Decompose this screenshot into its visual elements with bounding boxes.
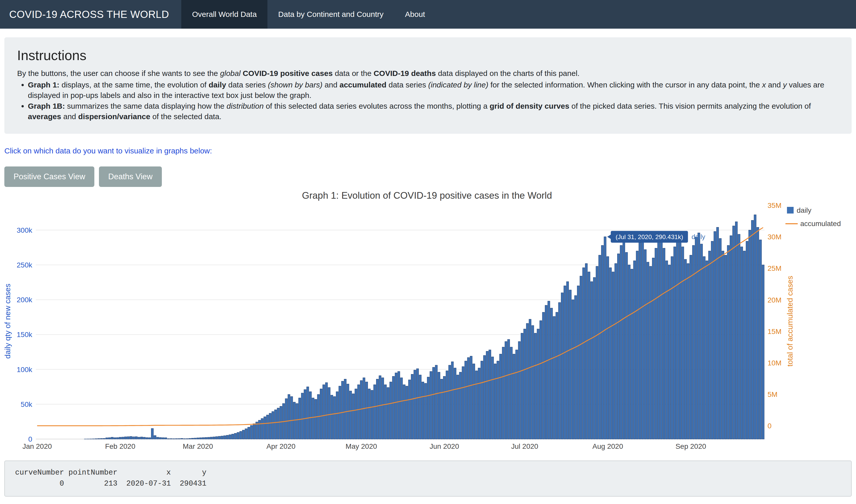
bar-daily[interactable] (564, 286, 566, 439)
bar-daily[interactable] (457, 375, 459, 439)
bar-daily[interactable] (306, 387, 308, 439)
bar-daily[interactable] (641, 238, 644, 439)
bar-daily[interactable] (663, 248, 665, 439)
bar-daily[interactable] (216, 436, 218, 439)
bar-daily[interactable] (183, 438, 185, 439)
bar-daily[interactable] (634, 261, 636, 439)
bar-daily[interactable] (738, 234, 740, 439)
bar-daily[interactable] (497, 361, 499, 439)
bar-daily[interactable] (529, 319, 531, 439)
deaths-view-button[interactable]: Deaths View (99, 166, 162, 187)
bar-daily[interactable] (122, 437, 124, 439)
bar-daily[interactable] (199, 438, 201, 439)
bar-daily[interactable] (181, 438, 183, 439)
bar-daily[interactable] (483, 356, 485, 439)
bar-daily[interactable] (462, 367, 464, 439)
bar-daily[interactable] (532, 325, 534, 439)
bar-daily[interactable] (639, 243, 641, 439)
bar-daily[interactable] (371, 390, 373, 439)
bar-daily[interactable] (355, 389, 357, 439)
bar-daily[interactable] (443, 376, 445, 439)
bar-daily[interactable] (655, 248, 657, 439)
bar-daily[interactable] (446, 371, 448, 439)
bar-daily[interactable] (288, 395, 290, 439)
bar-daily[interactable] (424, 383, 426, 439)
bar-daily[interactable] (208, 437, 210, 439)
bar-daily[interactable] (194, 438, 196, 439)
bar-daily[interactable] (524, 329, 526, 439)
bar-daily[interactable] (730, 236, 732, 439)
bar-daily[interactable] (186, 438, 188, 439)
bar-daily[interactable] (323, 385, 325, 439)
bar-daily[interactable] (548, 301, 550, 439)
bar-daily[interactable] (671, 256, 673, 439)
bar-daily[interactable] (628, 265, 630, 439)
bar-daily[interactable] (567, 282, 569, 439)
bar-daily[interactable] (328, 388, 330, 439)
bar-daily[interactable] (114, 438, 116, 439)
bar-daily[interactable] (658, 240, 660, 439)
bar-daily[interactable] (454, 368, 456, 439)
bar-daily[interactable] (623, 241, 625, 439)
bar-daily[interactable] (743, 251, 745, 439)
bar-daily[interactable] (583, 268, 585, 439)
bar-daily[interactable] (157, 437, 159, 439)
bar-daily[interactable] (237, 432, 239, 439)
bar-daily[interactable] (138, 437, 140, 439)
bar-daily[interactable] (486, 352, 488, 439)
bar-daily[interactable] (690, 255, 692, 439)
bar-daily[interactable] (505, 342, 507, 439)
bar-daily[interactable] (596, 266, 598, 439)
bar-daily[interactable] (132, 437, 135, 439)
bar-daily[interactable] (414, 370, 416, 439)
bar-daily[interactable] (703, 256, 705, 439)
bar-daily[interactable] (647, 262, 649, 439)
bar-daily[interactable] (309, 392, 311, 439)
bar-daily[interactable] (460, 372, 462, 439)
bar-daily[interactable] (419, 375, 421, 439)
bar-daily[interactable] (304, 390, 306, 439)
bar-daily[interactable] (706, 261, 708, 439)
bar-daily[interactable] (609, 268, 611, 439)
bar-daily[interactable] (540, 321, 542, 439)
bar-daily[interactable] (668, 265, 671, 439)
bar-daily[interactable] (451, 362, 453, 439)
bar-daily[interactable] (224, 436, 226, 439)
bar-daily[interactable] (481, 361, 483, 439)
bar-daily[interactable] (577, 286, 579, 439)
bar-daily[interactable] (441, 379, 443, 439)
bar-daily[interactable] (165, 438, 167, 439)
bar-daily[interactable] (430, 372, 432, 439)
bar-daily[interactable] (545, 305, 547, 439)
bar-daily[interactable] (574, 295, 576, 439)
bar-daily[interactable] (465, 361, 467, 439)
bar-daily[interactable] (232, 434, 234, 439)
bar-daily[interactable] (296, 403, 298, 439)
bars-daily[interactable] (84, 215, 764, 439)
bar-daily[interactable] (103, 438, 105, 439)
bar-daily[interactable] (274, 410, 277, 439)
bar-daily[interactable] (269, 413, 271, 439)
bar-daily[interactable] (625, 252, 627, 439)
bar-daily[interactable] (572, 300, 574, 439)
bar-daily[interactable] (277, 408, 279, 439)
bar-daily[interactable] (561, 293, 563, 439)
bar-daily[interactable] (735, 222, 737, 439)
bar-daily[interactable] (376, 379, 378, 439)
bar-daily[interactable] (599, 255, 601, 439)
bar-daily[interactable] (384, 385, 386, 439)
bar-daily[interactable] (585, 264, 587, 439)
bar-daily[interactable] (92, 439, 94, 439)
bar-daily[interactable] (344, 379, 346, 439)
bar-daily[interactable] (612, 272, 614, 439)
bar-daily[interactable] (759, 240, 762, 439)
bar-daily[interactable] (239, 431, 242, 439)
bar-daily[interactable] (684, 259, 686, 439)
bar-daily[interactable] (754, 215, 756, 439)
legend-item-daily[interactable]: daily (787, 206, 812, 214)
bar-daily[interactable] (342, 381, 344, 439)
bar-daily[interactable] (162, 438, 164, 439)
bar-daily[interactable] (192, 438, 194, 439)
bar-daily[interactable] (101, 438, 103, 439)
bar-daily[interactable] (679, 235, 681, 439)
